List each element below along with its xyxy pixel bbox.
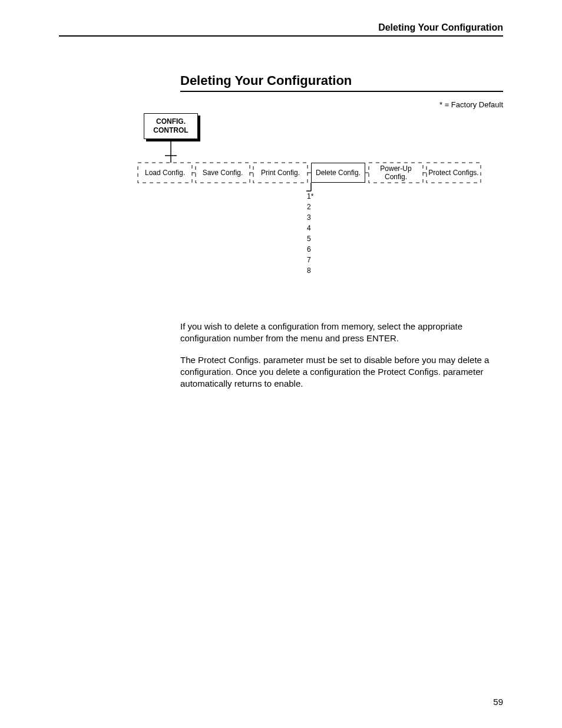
menu-save-config: Save Config.: [196, 163, 250, 183]
delete-options-list: 1* 2 3 4 5 6 7 8: [307, 191, 313, 276]
option-4: 4: [307, 223, 313, 233]
option-5: 5: [307, 233, 313, 244]
menu-print-config-label: Print Config.: [261, 169, 300, 177]
menu-protect-configs: Protect Configs.: [427, 163, 481, 183]
paragraph-2: The Protect Configs. parameter must be s…: [180, 354, 503, 390]
menu-print-config: Print Config.: [253, 163, 308, 183]
menu-powerup-config: Power-Up Config.: [369, 163, 423, 183]
menu-protect-configs-label: Protect Configs.: [428, 169, 478, 177]
menu-delete-config-label: Delete Config.: [316, 169, 361, 177]
menu-save-config-label: Save Config.: [203, 169, 243, 177]
menu-load-config-label: Load Config.: [145, 169, 185, 177]
menu-delete-config: Delete Config.: [311, 163, 365, 183]
page-number: 59: [493, 697, 503, 707]
option-7: 7: [307, 255, 313, 265]
option-3: 3: [307, 212, 313, 223]
option-2: 2: [307, 202, 313, 212]
option-1: 1*: [307, 191, 313, 202]
option-8: 8: [307, 265, 313, 276]
diagram-connectors: [0, 0, 562, 295]
page: Deleting Your Configuration Deleting You…: [0, 0, 562, 728]
menu-powerup-config-label: Power-Up Config.: [369, 164, 423, 182]
body-text: If you wish to delete a configuration fr…: [180, 321, 503, 399]
menu-load-config: Load Config.: [138, 163, 192, 183]
paragraph-1: If you wish to delete a configuration fr…: [180, 321, 503, 345]
option-6: 6: [307, 244, 313, 255]
